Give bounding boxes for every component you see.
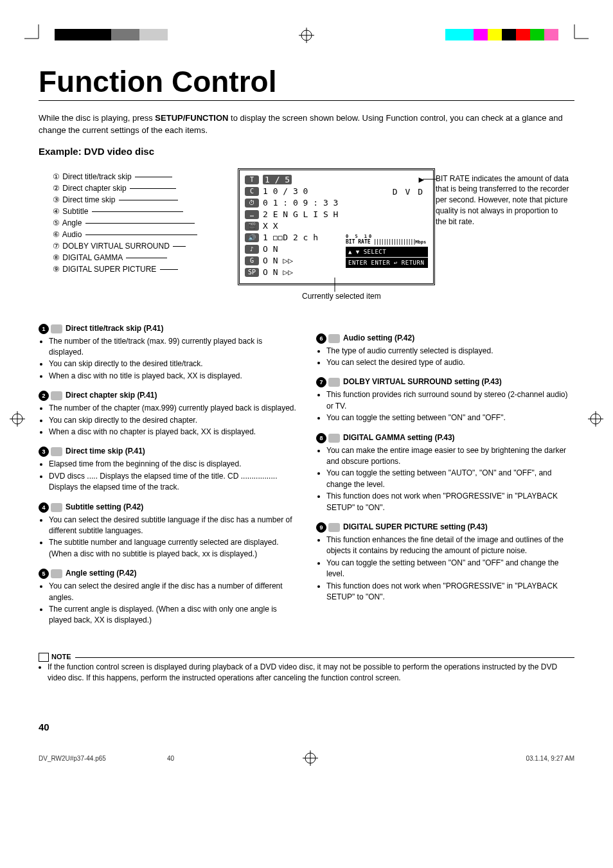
bullet: This function does not work when "PROGRE… xyxy=(326,491,574,513)
bullet: The number of the chapter (max.999) curr… xyxy=(49,403,297,414)
bullet: You can select the desired angle if the … xyxy=(49,581,297,603)
section-7: 7DOLBY VIRTUAL SURROUND setting (P.43)Th… xyxy=(316,377,574,423)
currently-selected-label: Currently selected item xyxy=(302,292,381,301)
diagram-area: ① Direct title/track skip ② Direct chapt… xyxy=(39,171,574,299)
footer-date: 03.1.14, 9:27 AM xyxy=(446,755,574,762)
osd-bitrate-scale: 0 5 10 xyxy=(346,234,373,239)
osd-row-1: T1 / 5 xyxy=(245,174,335,186)
section-heading-6: 6Audio setting (P.42) xyxy=(316,333,574,344)
bullet: You can toggle the setting between "ON" … xyxy=(326,558,574,580)
callout-line-currently-selected xyxy=(328,278,341,293)
bullet: Elapsed time from the beginning of the d… xyxy=(49,459,297,470)
osd-display: T1 / 5C1 0 / 3 0⏱0 1 : 0 9 : 3 3…2 E N G… xyxy=(238,168,435,285)
bullet: This function enhances the fine detail o… xyxy=(326,535,574,557)
section-5: 5Angle setting (P.42)You can select the … xyxy=(39,569,297,626)
bitrate-side-note: BIT RATE indicates the amount of data th… xyxy=(436,173,571,227)
section-8: 8DIGITAL GAMMA setting (P.43)You can mak… xyxy=(316,433,574,513)
bullet: You can toggle the setting between "ON" … xyxy=(326,412,574,423)
page-title: Function Control xyxy=(39,64,574,101)
section-bullets-9: This function enhances the fine detail o… xyxy=(316,535,574,603)
diagram-label-9: ⑨ DIGITAL SUPER PICTURE xyxy=(51,263,197,275)
description-columns: 1Direct title/track skip (P.41)The numbe… xyxy=(39,324,574,635)
footer-filename: DV_RW2U#p37-44.p65 xyxy=(39,755,167,762)
section-heading-1: 1Direct title/track skip (P.41) xyxy=(39,324,297,334)
section-heading-3: 3Direct time skip (P.41) xyxy=(39,447,297,457)
section-heading-4: 4Subtitle setting (P.42) xyxy=(39,502,297,513)
osd-row-8: GO N ▷▷ xyxy=(245,255,335,267)
diagram-label-4: ④ Subtitle xyxy=(51,206,197,217)
bullet: You can make the entire image easier to … xyxy=(326,445,574,468)
intro-bold: SETUP/FUNCTION xyxy=(155,113,228,123)
bullet: You can toggle the setting between "AUTO… xyxy=(326,468,574,490)
osd-enter-hint: ENTER ENTER ↩ RETURN xyxy=(346,258,428,268)
diagram-callout-labels: ① Direct title/track skip ② Direct chapt… xyxy=(51,171,197,275)
section-bullets-1: The number of the title/track (max. 99) … xyxy=(39,336,297,382)
section-3: 3Direct time skip (P.41)Elapsed time fro… xyxy=(39,447,297,493)
section-bullets-3: Elapsed time from the beginning of the d… xyxy=(39,459,297,493)
section-bullets-8: You can make the entire image easier to … xyxy=(316,445,574,513)
osd-dvd-label: D V D xyxy=(346,187,428,199)
note-heading: NOTE xyxy=(39,653,75,662)
diagram-label-8: ⑧ DIGITAL GAMMA xyxy=(51,252,197,263)
bullet: The current angle is displayed. (When a … xyxy=(49,604,297,626)
note-icon xyxy=(39,653,49,662)
page-footer: DV_RW2U#p37-44.p65 40 03.1.14, 9:27 AM xyxy=(39,750,574,767)
diagram-label-1: ① Direct title/track skip xyxy=(51,171,197,182)
bullet: The subtitle number and language current… xyxy=(49,537,297,560)
section-bullets-6: The type of audio currently selected is … xyxy=(316,346,574,369)
section-heading-7: 7DOLBY VIRTUAL SURROUND setting (P.43) xyxy=(316,377,574,387)
note-section: NOTE If the function control screen is d… xyxy=(39,647,574,684)
bullet: When a disc with no title is played back… xyxy=(49,371,297,382)
page-number: 40 xyxy=(39,722,574,732)
osd-row-4: …2 E N G L I S H xyxy=(245,209,335,220)
description-column-left: 1Direct title/track skip (P.41)The numbe… xyxy=(39,324,297,635)
section-9: 9DIGITAL SUPER PICTURE setting (P.43)Thi… xyxy=(316,522,574,603)
bullet: The number of the title/track (max. 99) … xyxy=(49,336,297,359)
section-heading-2: 2Direct chapter skip (P.41) xyxy=(39,391,297,401)
callout-line-bitrate xyxy=(423,179,437,180)
bullet: You can skip directly to the desired cha… xyxy=(49,415,297,426)
footer-page: 40 xyxy=(167,755,174,762)
diagram-label-6: ⑥ Audio xyxy=(51,229,197,240)
example-heading: Example: DVD video disc xyxy=(39,146,574,157)
section-heading-5: 5Angle setting (P.42) xyxy=(39,569,297,579)
osd-row-9: SPO N ▷▷ xyxy=(245,267,335,278)
osd-bitrate-unit: Mbps xyxy=(415,240,426,245)
osd-play-icon: ▶ xyxy=(346,174,428,187)
intro-paragraph: While the disc is playing, press SETUP/F… xyxy=(39,112,574,137)
registration-mark-bottom xyxy=(174,750,446,767)
osd-row-3: ⏱0 1 : 0 9 : 3 3 xyxy=(245,197,335,209)
diagram-label-5: ⑤ Angle xyxy=(51,217,197,229)
section-2: 2Direct chapter skip (P.41)The number of… xyxy=(39,391,297,438)
osd-row-7: ♪O N xyxy=(245,244,335,255)
note-bullet: If the function control screen is displa… xyxy=(48,662,574,684)
section-heading-8: 8DIGITAL GAMMA setting (P.43) xyxy=(316,433,574,443)
bullet: This function provides rich surround sou… xyxy=(326,389,574,412)
osd-bitrate: 0 5 10 BIT RATE |||||||||||||||||Mbps xyxy=(346,233,428,245)
osd-row-5: 🎬X X xyxy=(245,220,335,232)
section-1: 1Direct title/track skip (P.41)The numbe… xyxy=(39,324,297,382)
osd-bitrate-label: BIT RATE xyxy=(346,239,371,245)
osd-row-6: 🔊1 ◻◻D 2 c h xyxy=(245,232,335,244)
section-bullets-7: This function provides rich surround sou… xyxy=(316,389,574,423)
section-heading-9: 9DIGITAL SUPER PICTURE setting (P.43) xyxy=(316,522,574,533)
bullet: This function does not work when "PROGRE… xyxy=(326,581,574,603)
diagram-label-2: ② Direct chapter skip xyxy=(51,182,197,194)
bullet: You can select the desired type of audio… xyxy=(326,357,574,368)
section-bullets-2: The number of the chapter (max.999) curr… xyxy=(39,403,297,438)
section-6: 6Audio setting (P.42)The type of audio c… xyxy=(316,333,574,369)
bullet: You can skip directly to the desired tit… xyxy=(49,359,297,369)
section-bullets-5: You can select the desired angle if the … xyxy=(39,581,297,626)
diagram-label-7: ⑦ DOLBY VIRTUAL SURROUND xyxy=(51,240,197,252)
osd-select-hint: ▲ ▼ SELECT xyxy=(346,247,428,257)
section-4: 4Subtitle setting (P.42)You can select t… xyxy=(39,502,297,560)
bullet: The type of audio currently selected is … xyxy=(326,346,574,357)
osd-row-2: C1 0 / 3 0 xyxy=(245,186,335,197)
section-bullets-4: You can select the desired subtitle lang… xyxy=(39,515,297,560)
diagram-label-3: ③ Direct time skip xyxy=(51,194,197,206)
bullet: When a disc with no chapter is played ba… xyxy=(49,427,297,438)
note-heading-text: NOTE xyxy=(51,653,71,660)
intro-before: While the disc is playing, press xyxy=(39,113,155,123)
note-bullets: If the function control screen is displa… xyxy=(48,662,574,684)
bullet: DVD discs ..... Displays the elapsed tim… xyxy=(49,471,297,493)
